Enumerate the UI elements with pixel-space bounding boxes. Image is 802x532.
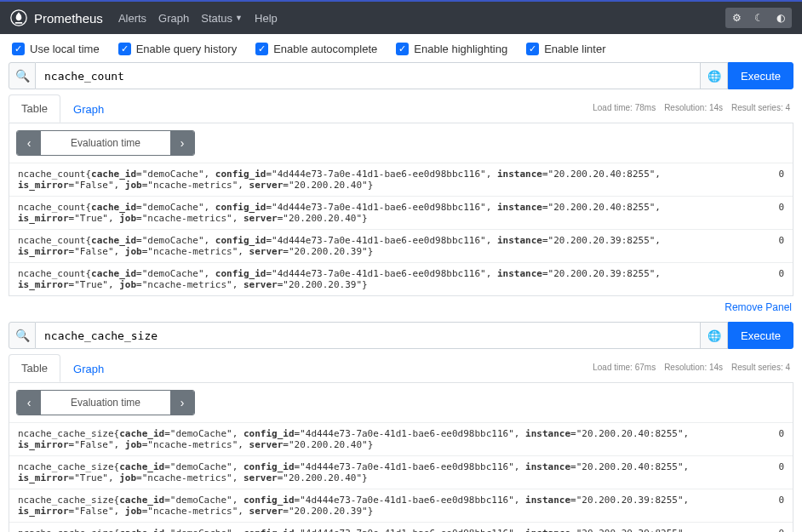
opt-local-time-label: Use local time: [30, 43, 100, 55]
metric-label: ncache_cache_size{cache_id="demoCache", …: [18, 495, 761, 517]
opt-highlighting-label: Enable highlighting: [414, 43, 507, 55]
tab-table[interactable]: Table: [9, 354, 60, 382]
opt-local-time[interactable]: ✓Use local time: [12, 43, 100, 55]
brand[interactable]: Prometheus: [10, 9, 103, 26]
gear-icon: ⚙: [732, 12, 742, 24]
stat-result-series: Result series: 4: [731, 103, 790, 112]
opt-linter[interactable]: ✓Enable linter: [526, 43, 605, 55]
nav-status[interactable]: Status ▼: [201, 12, 243, 25]
opt-autocomplete[interactable]: ✓Enable autocomplete: [255, 43, 377, 55]
eval-prev-button[interactable]: ‹: [17, 391, 41, 415]
table-row[interactable]: ncache_cache_size{cache_id="demoCache", …: [9, 455, 793, 489]
stat-load-time: Load time: 67ms: [593, 363, 656, 372]
metrics-explorer-button[interactable]: 🌐: [701, 322, 728, 349]
metric-label: ncache_count{cache_id="demoCache", confi…: [18, 268, 761, 290]
expression-input[interactable]: [36, 62, 701, 89]
metric-label: ncache_count{cache_id="demoCache", confi…: [18, 169, 761, 191]
moon-icon: ☾: [754, 12, 764, 24]
search-icon: 🔍: [15, 69, 30, 83]
opt-query-history-label: Enable query history: [136, 43, 238, 55]
metric-value: 0: [761, 169, 784, 191]
metric-label: ncache_cache_size{cache_id="demoCache", …: [18, 428, 761, 450]
tab-table[interactable]: Table: [9, 94, 60, 123]
expression-search-button[interactable]: 🔍: [9, 62, 36, 89]
metric-label: ncache_cache_size{cache_id="demoCache", …: [18, 461, 761, 483]
table-body: ‹ Evaluation time › ncache_cache_size{ca…: [9, 383, 793, 532]
stat-load-time: Load time: 78ms: [593, 103, 656, 112]
nav-help[interactable]: Help: [255, 12, 278, 25]
caret-down-icon: ▼: [235, 14, 243, 22]
query-options: ✓Use local time ✓Enable query history ✓E…: [0, 34, 802, 62]
theme-light-button[interactable]: ◐: [770, 8, 792, 28]
remove-panel-link[interactable]: Remove Panel: [725, 301, 792, 313]
evaluation-time-control: ‹ Evaluation time ›: [16, 390, 195, 415]
chevron-left-icon: ‹: [27, 136, 32, 150]
table-row[interactable]: ncache_cache_size{cache_id="demoCache", …: [9, 489, 793, 522]
chevron-right-icon: ›: [180, 396, 185, 409]
search-icon: 🔍: [15, 329, 30, 342]
metric-value: 0: [761, 428, 784, 450]
tabs: Table Graph Load time: 78ms Resolution: …: [9, 93, 793, 123]
table-row[interactable]: ncache_cache_size{cache_id="demoCache", …: [9, 522, 793, 532]
chevron-right-icon: ›: [180, 136, 185, 150]
stat-resolution: Resolution: 14s: [664, 363, 723, 372]
query-panel: 🔍 🌐 Execute Table Graph Load time: 67ms …: [9, 322, 793, 532]
metric-label: ncache_count{cache_id="demoCache", confi…: [18, 202, 761, 224]
table-row[interactable]: ncache_count{cache_id="demoCache", confi…: [9, 229, 793, 262]
evaluation-time-control: ‹ Evaluation time ›: [16, 130, 195, 156]
execute-button[interactable]: Execute: [728, 322, 793, 349]
eval-time-input[interactable]: Evaluation time: [41, 131, 170, 155]
expression-search-button[interactable]: 🔍: [9, 322, 36, 349]
globe-icon: 🌐: [707, 70, 721, 83]
expression-input[interactable]: [36, 322, 701, 349]
chevron-left-icon: ‹: [27, 396, 32, 409]
contrast-icon: ◐: [776, 12, 785, 24]
checkbox-icon: ✓: [12, 43, 25, 55]
eval-prev-button[interactable]: ‹: [17, 131, 41, 155]
metric-value: 0: [761, 202, 784, 224]
table-row[interactable]: ncache_count{cache_id="demoCache", confi…: [9, 262, 793, 295]
table-body: ‹ Evaluation time › ncache_count{cache_i…: [9, 123, 793, 296]
metric-label: ncache_cache_size{cache_id="demoCache", …: [18, 528, 761, 532]
nav-status-label: Status: [201, 12, 232, 25]
tab-graph[interactable]: Graph: [60, 95, 117, 123]
prometheus-logo-icon: [10, 9, 27, 26]
query-panel: 🔍 🌐 Execute Table Graph Load time: 78ms …: [9, 62, 793, 313]
metric-value: 0: [761, 528, 784, 532]
remove-panel-row: Remove Panel: [9, 296, 793, 313]
query-stats: Load time: 67ms Resolution: 14s Result s…: [593, 363, 793, 372]
eval-next-button[interactable]: ›: [170, 131, 194, 155]
tabs: Table Graph Load time: 67ms Resolution: …: [9, 352, 793, 383]
checkbox-icon: ✓: [396, 43, 409, 55]
metric-value: 0: [761, 268, 784, 290]
stat-result-series: Result series: 4: [731, 363, 790, 372]
metrics-explorer-button[interactable]: 🌐: [701, 62, 728, 89]
expression-row: 🔍 🌐 Execute: [9, 322, 793, 349]
globe-icon: 🌐: [707, 329, 721, 342]
nav-alerts[interactable]: Alerts: [118, 12, 146, 25]
eval-time-input[interactable]: Evaluation time: [41, 391, 170, 415]
checkbox-icon: ✓: [118, 43, 131, 55]
nav-graph[interactable]: Graph: [158, 12, 189, 25]
theme-auto-button[interactable]: ⚙: [725, 8, 748, 28]
metric-value: 0: [761, 235, 784, 257]
execute-button[interactable]: Execute: [728, 62, 793, 89]
navbar: Prometheus Alerts Graph Status ▼ Help ⚙ …: [0, 0, 802, 34]
query-stats: Load time: 78ms Resolution: 14s Result s…: [593, 103, 793, 112]
expression-row: 🔍 🌐 Execute: [9, 62, 793, 89]
table-row[interactable]: ncache_count{cache_id="demoCache", confi…: [9, 196, 793, 229]
opt-query-history[interactable]: ✓Enable query history: [118, 43, 238, 55]
opt-autocomplete-label: Enable autocomplete: [273, 43, 377, 55]
brand-label: Prometheus: [34, 11, 103, 26]
opt-highlighting[interactable]: ✓Enable highlighting: [396, 43, 507, 55]
eval-next-button[interactable]: ›: [170, 391, 194, 415]
table-row[interactable]: ncache_count{cache_id="demoCache", confi…: [9, 163, 793, 196]
stat-resolution: Resolution: 14s: [664, 103, 723, 112]
tab-graph[interactable]: Graph: [60, 355, 117, 382]
table-row[interactable]: ncache_cache_size{cache_id="demoCache", …: [9, 422, 793, 455]
opt-linter-label: Enable linter: [544, 43, 605, 55]
metric-label: ncache_count{cache_id="demoCache", confi…: [18, 235, 761, 257]
theme-switcher: ⚙ ☾ ◐: [725, 8, 792, 28]
theme-dark-button[interactable]: ☾: [748, 8, 770, 28]
metric-value: 0: [761, 495, 784, 517]
